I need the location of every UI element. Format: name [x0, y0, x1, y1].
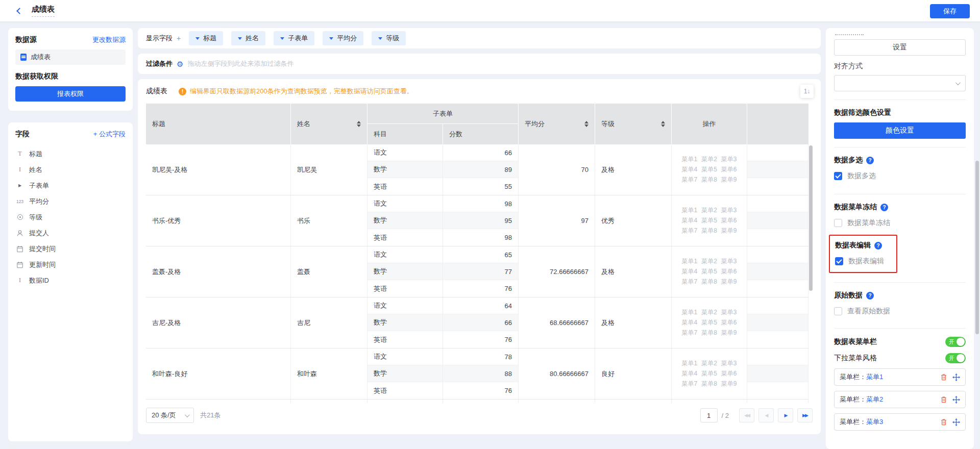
column-header-name[interactable]: 姓名 — [291, 104, 368, 144]
save-button[interactable]: 保存 — [930, 4, 970, 18]
sort-arrows-icon[interactable] — [357, 121, 361, 128]
menubar-item[interactable]: 菜单栏：菜单2 — [834, 391, 966, 408]
action-menu-item[interactable]: 菜单2 — [701, 308, 717, 317]
add-formula-field-link[interactable]: + 公式字段 — [93, 130, 126, 139]
checkbox-unchecked-icon[interactable] — [834, 219, 842, 227]
sort-arrows-icon[interactable] — [661, 121, 665, 128]
action-menu-item[interactable]: 菜单7 — [681, 329, 697, 337]
move-icon[interactable] — [952, 373, 960, 381]
column-header-grade[interactable]: 等级 — [595, 104, 672, 144]
help-icon[interactable]: ? — [880, 204, 888, 211]
table-scrollbar[interactable] — [809, 145, 813, 291]
settings-button[interactable]: 设置 — [834, 39, 966, 56]
table-row-partial[interactable]: 语文100 — [146, 400, 808, 403]
action-menu-item[interactable]: 菜单6 — [721, 216, 737, 225]
field-item-提交人[interactable]: 提交人 — [15, 225, 126, 241]
action-menu-item[interactable]: 菜单4 — [681, 267, 697, 276]
move-icon[interactable] — [952, 418, 960, 426]
checkbox-checked-icon[interactable] — [835, 257, 843, 265]
display-field-chip[interactable]: 标题 — [189, 31, 223, 45]
filter-bar[interactable]: 过滤条件 ⚙ 拖动左侧字段到此处来添加过滤条件 — [138, 54, 821, 74]
column-header-score[interactable]: 分数 — [443, 124, 519, 144]
field-item-子表单[interactable]: ▶子表单 — [15, 178, 126, 193]
table-row[interactable]: 盖聂-及格盖聂语文数学英语65777672.66666667及格菜单1菜单2菜单… — [146, 246, 808, 297]
action-menu-item[interactable]: 菜单7 — [681, 227, 697, 235]
action-menu-item[interactable]: 菜单5 — [701, 165, 717, 174]
action-menu-item[interactable]: 菜单8 — [701, 380, 717, 388]
action-menu-item[interactable]: 菜单4 — [681, 369, 697, 378]
page-title[interactable]: 成绩表 — [32, 5, 55, 17]
action-menu-item[interactable]: 菜单5 — [701, 267, 717, 276]
first-page-button[interactable]: ◀◀ — [739, 408, 754, 422]
datasource-item[interactable]: 成绩表 — [15, 49, 126, 65]
display-field-chip[interactable]: 子表单 — [274, 31, 314, 45]
sort-order-button[interactable]: 1↓ — [800, 85, 814, 98]
action-menu-item[interactable]: 菜单5 — [701, 216, 717, 225]
action-menu-item[interactable]: 菜单9 — [721, 329, 737, 337]
trash-icon[interactable] — [940, 396, 947, 403]
move-icon[interactable] — [952, 396, 960, 404]
action-menu-item[interactable]: 菜单3 — [721, 359, 737, 368]
column-header-average[interactable]: 平均分 — [519, 104, 595, 144]
color-settings-button[interactable]: 颜色设置 — [834, 122, 966, 139]
help-icon[interactable]: ? — [874, 242, 882, 250]
add-display-field-button[interactable]: + — [177, 34, 181, 42]
trash-icon[interactable] — [940, 418, 947, 426]
action-menu-item[interactable]: 菜单3 — [721, 308, 737, 317]
page-number-input[interactable]: 1 — [700, 408, 718, 422]
help-icon[interactable]: ? — [866, 157, 874, 164]
sort-arrows-icon[interactable] — [584, 121, 589, 128]
action-menu-item[interactable]: 菜单9 — [721, 380, 737, 388]
table-row[interactable]: 凯尼吴-及格凯尼吴语文数学英语66895570及格菜单1菜单2菜单3菜单4菜单5… — [146, 144, 808, 195]
action-menu-item[interactable]: 菜单1 — [681, 359, 697, 368]
report-permission-button[interactable]: 报表权限 — [15, 86, 126, 102]
display-field-chip[interactable]: 等级 — [372, 31, 406, 45]
action-menu-item[interactable]: 菜单4 — [681, 318, 697, 327]
align-select[interactable] — [834, 75, 966, 91]
help-icon[interactable]: ? — [866, 292, 874, 300]
field-item-数据ID[interactable]: I数据ID — [15, 272, 126, 288]
action-menu-item[interactable]: 菜单1 — [681, 206, 697, 215]
action-menu-item[interactable]: 菜单5 — [701, 318, 717, 327]
display-field-chip[interactable]: 姓名 — [231, 31, 265, 45]
next-page-button[interactable]: ▶ — [778, 408, 793, 422]
dropdown-style-toggle[interactable]: 开 — [945, 353, 966, 363]
action-menu-item[interactable]: 菜单6 — [721, 165, 737, 174]
action-menu-item[interactable]: 菜单6 — [721, 267, 737, 276]
action-menu-item[interactable]: 菜单9 — [721, 278, 737, 286]
action-menu-item[interactable]: 菜单9 — [721, 227, 737, 235]
action-menu-item[interactable]: 菜单7 — [681, 176, 697, 184]
table-row[interactable]: 吉尼-及格吉尼语文数学英语64667668.66666667及格菜单1菜单2菜单… — [146, 297, 808, 348]
field-item-标题[interactable]: T标题 — [15, 146, 126, 162]
action-menu-item[interactable]: 菜单3 — [721, 257, 737, 266]
field-item-更新时间[interactable]: 更新时间 — [15, 257, 126, 272]
page-size-select[interactable]: 20 条/页 — [146, 408, 194, 423]
action-menu-item[interactable]: 菜单1 — [681, 308, 697, 317]
action-menu-item[interactable]: 菜单4 — [681, 216, 697, 225]
action-menu-item[interactable]: 菜单1 — [681, 257, 697, 266]
menu-freeze-checkbox[interactable]: 数据菜单冻结 — [834, 218, 966, 228]
multi-select-checkbox[interactable]: 数据多选 — [834, 171, 966, 181]
action-menu-item[interactable]: 菜单6 — [721, 318, 737, 327]
action-menu-item[interactable]: 菜单8 — [701, 176, 717, 184]
menubar-item-name-link[interactable]: 菜单2 — [866, 395, 883, 404]
action-menu-item[interactable]: 菜单2 — [701, 257, 717, 266]
last-page-button[interactable]: ▶▶ — [797, 408, 813, 422]
field-item-平均分[interactable]: 123平均分 — [15, 193, 126, 209]
display-field-chip[interactable]: 平均分 — [323, 31, 363, 45]
action-menu-item[interactable]: 菜单4 — [681, 165, 697, 174]
field-item-等级[interactable]: 等级 — [15, 209, 126, 225]
action-menu-item[interactable]: 菜单8 — [701, 278, 717, 286]
field-item-姓名[interactable]: I姓名 — [15, 162, 126, 178]
checkbox-unchecked-icon[interactable] — [834, 307, 842, 315]
menubar-item-name-link[interactable]: 菜单3 — [866, 417, 883, 427]
action-menu-item[interactable]: 菜单2 — [701, 359, 717, 368]
raw-data-checkbox[interactable]: 查看原始数据 — [834, 307, 966, 316]
table-menubar-toggle[interactable]: 开 — [945, 337, 966, 347]
filter-settings-gear-icon[interactable]: ⚙ — [177, 60, 183, 68]
menubar-item[interactable]: 菜单栏：菜单3 — [834, 413, 966, 431]
prev-page-button[interactable]: ◀ — [758, 408, 774, 422]
menubar-item-name-link[interactable]: 菜单1 — [866, 372, 883, 382]
action-menu-item[interactable]: 菜单2 — [701, 155, 717, 164]
action-menu-item[interactable]: 菜单3 — [721, 206, 737, 215]
